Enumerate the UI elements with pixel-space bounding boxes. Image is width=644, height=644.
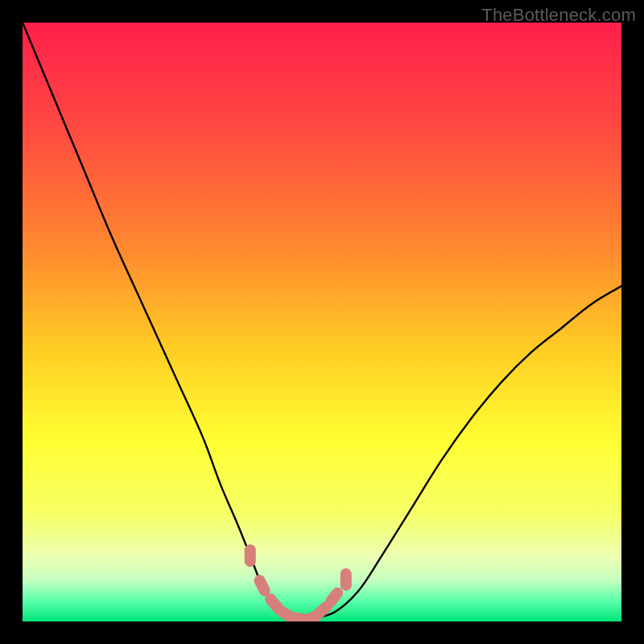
highlight-marker [341,568,352,591]
plot-area [23,23,621,621]
highlight-marker [245,544,256,567]
bottleneck-curve [23,23,621,619]
chart-root: TheBottleneck.com [0,0,644,644]
curve-layer [23,23,621,621]
highlight-markers [245,544,352,621]
